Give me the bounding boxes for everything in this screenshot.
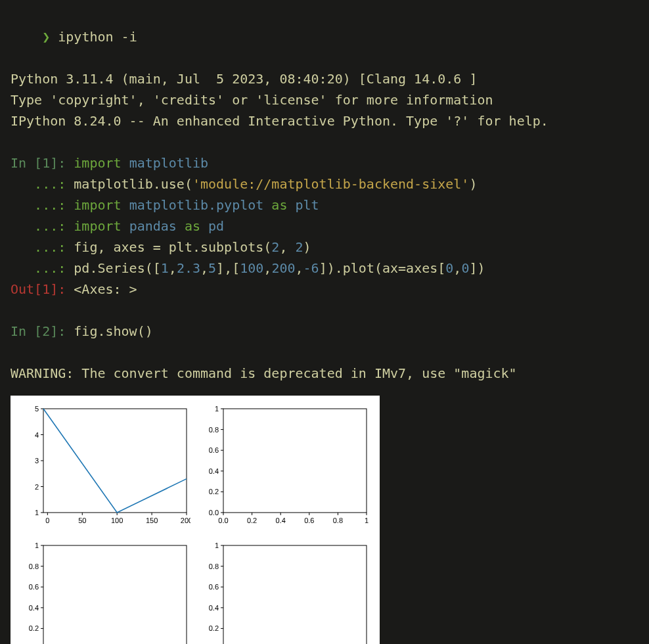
svg-text:150: 150 [146, 517, 158, 524]
subplot-top-left: 05010015020012345 [20, 405, 190, 530]
data-series [43, 409, 187, 513]
subplot-bottom-left: 0.00.20.40.60.810.00.20.40.60.81 [20, 541, 190, 644]
svg-text:0.2: 0.2 [247, 517, 257, 524]
svg-text:0.0: 0.0 [209, 509, 219, 517]
ipython-version: IPython 8.24.0 -- An enhanced Interactiv… [11, 110, 638, 131]
svg-rect-46 [43, 545, 187, 644]
blank-line [11, 342, 638, 363]
svg-text:0.4: 0.4 [276, 517, 286, 524]
svg-text:0.0: 0.0 [218, 517, 228, 524]
terminal[interactable]: ❯ ipython -i Python 3.11.4 (main, Jul 5 … [11, 5, 638, 644]
svg-text:0.8: 0.8 [209, 563, 219, 570]
in-cell-1-line-3: ...: import matplotlib.pyplot as plt [11, 195, 638, 216]
shell-prompt-line: ❯ ipython -i [11, 5, 638, 68]
prompt-icon: ❯ [42, 29, 50, 45]
subplot-bottom-right: 0.00.20.40.60.810.00.20.40.60.81 [200, 541, 370, 644]
in-cell-1-line-4: ...: import pandas as pd [11, 216, 638, 237]
svg-text:2: 2 [35, 483, 39, 491]
blank-line [11, 300, 638, 321]
python-version: Python 3.11.4 (main, Jul 5 2023, 08:40:2… [11, 68, 638, 89]
svg-text:50: 50 [78, 517, 86, 524]
svg-text:0.8: 0.8 [209, 426, 219, 434]
in-cell-1-line-1: In [1]: import matplotlib [11, 152, 638, 173]
svg-text:0: 0 [45, 517, 49, 524]
svg-text:0.2: 0.2 [209, 624, 219, 632]
svg-text:0.2: 0.2 [209, 488, 219, 495]
shell-command [50, 29, 58, 45]
svg-text:0.4: 0.4 [209, 467, 219, 475]
svg-text:1: 1 [35, 509, 39, 517]
subplot-top-right: 0.00.20.40.60.810.00.20.40.60.81 [200, 405, 370, 530]
svg-text:0.6: 0.6 [209, 583, 219, 591]
out-marker: Out[1]: [11, 281, 74, 297]
matplotlib-figure: 050100150200123450.00.20.40.60.810.00.20… [11, 396, 380, 644]
svg-text:1: 1 [365, 517, 369, 524]
svg-text:0.6: 0.6 [209, 446, 219, 454]
continuation-marker: ...: [11, 176, 74, 192]
svg-text:0.4: 0.4 [29, 604, 39, 612]
warning-line: WARNING: The convert command is deprecat… [11, 363, 638, 384]
blank-line [11, 131, 638, 152]
svg-text:1: 1 [215, 541, 219, 549]
svg-text:0.8: 0.8 [29, 563, 39, 570]
svg-text:200: 200 [181, 517, 190, 524]
out-cell-1: Out[1]: <Axes: > [11, 279, 638, 300]
svg-text:1: 1 [215, 405, 219, 413]
python-copyright: Type 'copyright', 'credits' or 'license'… [11, 89, 638, 110]
in-cell-1-line-6: ...: pd.Series([1,2.3,5],[100,200,-6]).p… [11, 258, 638, 279]
in-cell-1-line-2: ...: matplotlib.use('module://matplotlib… [11, 173, 638, 195]
svg-text:0.2: 0.2 [29, 624, 39, 632]
svg-rect-71 [223, 545, 367, 644]
svg-text:1: 1 [35, 541, 39, 549]
svg-text:0.6: 0.6 [29, 583, 39, 591]
svg-text:4: 4 [35, 431, 39, 439]
svg-text:0.8: 0.8 [333, 517, 343, 524]
svg-text:5: 5 [35, 405, 39, 413]
in-marker: In [1]: [11, 155, 74, 171]
svg-rect-0 [43, 409, 187, 513]
in-cell-1-line-5: ...: fig, axes = plt.subplots(2, 2) [11, 237, 638, 258]
svg-text:0.6: 0.6 [304, 517, 314, 524]
svg-rect-21 [223, 409, 367, 513]
svg-text:0.4: 0.4 [209, 604, 219, 612]
svg-text:3: 3 [35, 457, 39, 465]
svg-text:100: 100 [111, 517, 123, 524]
in-cell-2: In [2]: fig.show() [11, 321, 638, 342]
